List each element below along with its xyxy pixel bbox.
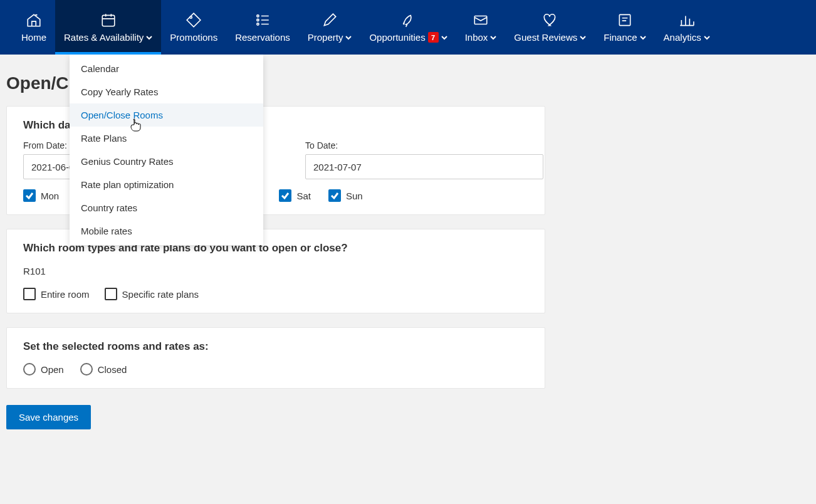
tag-icon — [186, 12, 202, 28]
day-checkbox-mon[interactable]: Mon — [23, 189, 59, 202]
nav-reservations[interactable]: Reservations — [226, 0, 299, 55]
specific-label: Specific rate plans — [122, 289, 199, 300]
nav-inbox[interactable]: Inbox — [456, 0, 506, 55]
rocket-icon — [400, 12, 417, 28]
checkbox-icon — [328, 189, 341, 202]
radio-icon — [80, 363, 93, 375]
radio-icon — [23, 363, 36, 375]
nav-opportunities[interactable]: Opportunities 7 — [360, 0, 456, 55]
nav-rates-availability[interactable]: Rates & Availability — [55, 0, 161, 55]
day-label: Mon — [41, 191, 59, 201]
envelope-icon — [473, 12, 489, 28]
svg-point-1 — [190, 16, 192, 18]
to-date-label: To Date: — [305, 140, 543, 150]
dropdown-item-mobile-rates[interactable]: Mobile rates — [70, 219, 263, 243]
svg-rect-6 — [619, 14, 630, 25]
open-radio[interactable]: Open — [23, 363, 64, 375]
status-card-title: Set the selected rooms and rates as: — [23, 340, 528, 353]
svg-point-3 — [257, 19, 259, 21]
dropdown-item-rate-plans[interactable]: Rate Plans — [70, 127, 263, 150]
day-checkbox-sat[interactable]: Sat — [279, 189, 311, 202]
svg-point-2 — [257, 15, 259, 17]
entire-room-checkbox[interactable]: Entire room — [23, 288, 90, 300]
nav-inbox-label: Inbox — [465, 32, 488, 43]
day-label: Sat — [296, 191, 311, 201]
chevron-down-icon — [146, 34, 152, 41]
chevron-down-icon — [345, 34, 352, 41]
nav-finance-label: Finance — [604, 32, 637, 43]
room-name: R101 — [23, 266, 528, 276]
list-icon — [254, 12, 271, 28]
dropdown-item-calendar[interactable]: Calendar — [70, 57, 263, 80]
chevron-down-icon — [580, 34, 586, 41]
nav-reservations-label: Reservations — [235, 32, 290, 43]
nav-home[interactable]: Home — [13, 0, 55, 55]
svg-rect-5 — [474, 16, 487, 24]
dropdown-item-copy-yearly-rates[interactable]: Copy Yearly Rates — [70, 80, 263, 103]
chevron-down-icon — [640, 34, 646, 41]
opportunities-badge: 7 — [428, 32, 439, 43]
dropdown-item-country-rates[interactable]: Country rates — [70, 196, 263, 219]
dropdown-item-genius-country-rates[interactable]: Genius Country Rates — [70, 150, 263, 173]
pencil-icon — [322, 12, 338, 28]
home-icon — [26, 12, 42, 28]
top-nav: Home Rates & Availability Promotions Res… — [0, 0, 816, 55]
to-date-input[interactable] — [305, 154, 543, 179]
specific-rate-plans-checkbox[interactable]: Specific rate plans — [105, 288, 199, 300]
nav-opportunities-label: Opportunities — [369, 32, 425, 43]
dropdown-item-rate-plan-optimization[interactable]: Rate plan optimization — [70, 173, 263, 196]
svg-rect-0 — [102, 15, 115, 26]
nav-promotions[interactable]: Promotions — [161, 0, 226, 55]
chevron-down-icon — [704, 34, 710, 41]
nav-analytics-label: Analytics — [664, 32, 701, 43]
chevron-down-icon — [441, 34, 447, 41]
calendar-icon — [100, 12, 117, 28]
nav-finance[interactable]: Finance — [595, 0, 654, 55]
day-label: Sun — [346, 191, 363, 201]
nav-property[interactable]: Property — [299, 0, 361, 55]
closed-radio[interactable]: Closed — [80, 363, 127, 375]
chevron-down-icon — [490, 34, 496, 41]
checkbox-icon — [23, 189, 36, 202]
checkbox-icon — [105, 288, 117, 300]
nav-rates-label: Rates & Availability — [64, 32, 144, 43]
note-icon — [617, 12, 633, 28]
status-card: Set the selected rooms and rates as: Ope… — [6, 327, 545, 389]
svg-point-4 — [257, 23, 259, 25]
rates-availability-dropdown: Calendar Copy Yearly Rates Open/Close Ro… — [70, 55, 263, 245]
nav-home-label: Home — [21, 32, 46, 43]
nav-analytics[interactable]: Analytics — [655, 0, 719, 55]
save-changes-button[interactable]: Save changes — [6, 405, 91, 429]
heart-icon — [542, 12, 558, 28]
nav-promotions-label: Promotions — [170, 32, 217, 43]
nav-guest-reviews[interactable]: Guest Reviews — [505, 0, 595, 55]
checkbox-icon — [23, 288, 36, 300]
day-checkbox-sun[interactable]: Sun — [328, 189, 363, 202]
entire-room-label: Entire room — [41, 289, 90, 300]
chart-icon — [679, 12, 695, 28]
checkbox-icon — [279, 189, 291, 202]
nav-property-label: Property — [308, 32, 343, 43]
open-label: Open — [41, 364, 64, 375]
dropdown-item-open-close-rooms[interactable]: Open/Close Rooms — [70, 103, 263, 127]
nav-reviews-label: Guest Reviews — [514, 32, 577, 43]
closed-label: Closed — [98, 364, 127, 375]
